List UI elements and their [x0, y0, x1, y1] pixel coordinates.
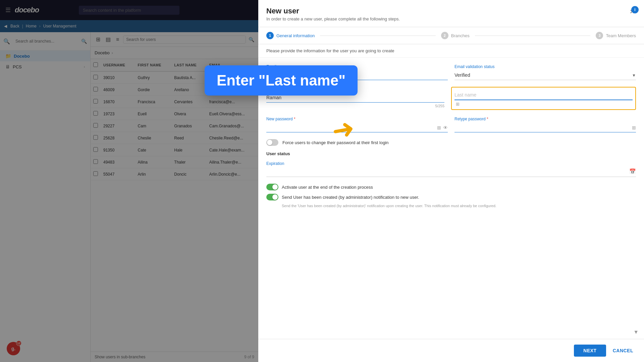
email-validation-label: Email validation status: [454, 64, 636, 69]
new-password-input[interactable]: [266, 123, 448, 132]
instruction-text: Enter "Last name": [217, 72, 345, 88]
step-general-info[interactable]: 1 General information: [266, 32, 315, 39]
email-validation-select-wrapper: Verified ▼: [454, 70, 636, 80]
email-validation-select[interactable]: Verified: [454, 70, 636, 80]
dialog-title: New user: [266, 7, 400, 15]
step-3-num: 3: [596, 32, 603, 39]
expiration-wrapper: Expiration 📅: [266, 160, 636, 177]
password-grid-icon[interactable]: ⊞: [437, 125, 441, 130]
force-password-toggle[interactable]: [266, 139, 278, 146]
step-line-1: [320, 36, 436, 36]
send-notification-label: Send User has been created (by administr…: [282, 195, 419, 200]
password-input-wrapper: ⊞ 👁: [266, 123, 448, 132]
retype-password-icons: ⊞: [632, 125, 636, 130]
expiration-label: Expiration: [266, 161, 284, 166]
activate-toggle-knob: [272, 184, 278, 190]
dialog-subtitle: In order to create a new user, please co…: [266, 16, 400, 21]
retype-password-wrapper: ⊞: [454, 123, 636, 132]
instruction-overlay: Enter "Last name": [205, 65, 358, 96]
lastname-input[interactable]: [454, 90, 633, 100]
form-group-email-validation: Email validation status Verified ▼: [454, 64, 636, 80]
form-group-lastname: ⊞: [451, 87, 636, 110]
retype-grid-icon[interactable]: ⊞: [632, 125, 636, 130]
info-icon[interactable]: i: [631, 6, 639, 13]
password-label: New password *: [266, 117, 448, 121]
dialog-title-group: New user In order to create a new user, …: [266, 7, 400, 21]
form-group-password: New password * ⊞ 👁: [266, 117, 448, 132]
toggle-knob: [267, 140, 272, 145]
send-notification-row: Send User has been created (by administr…: [266, 194, 636, 200]
force-password-row: Force users to change their password at …: [266, 139, 636, 146]
user-status-section-title: User status: [266, 151, 636, 156]
dialog-header: New user In order to create a new user, …: [258, 0, 644, 27]
retype-password-input[interactable]: [454, 123, 636, 132]
firstname-char-count: 5/255: [266, 104, 444, 108]
activate-user-label: Activate user at the end of the creation…: [282, 185, 373, 190]
step-1-label: General information: [276, 33, 315, 38]
next-button[interactable]: NEXT: [574, 345, 606, 357]
expiration-input-wrapper: 📅: [266, 166, 636, 177]
password-icons: ⊞ 👁: [437, 125, 448, 130]
expand-icon[interactable]: ⊞: [456, 102, 633, 107]
expiration-input[interactable]: [266, 169, 629, 174]
form-group-retype-password: Retype password * ⊞: [454, 117, 636, 132]
expand-notification-icon[interactable]: ▼: [633, 329, 639, 335]
step-1-num: 1: [266, 32, 274, 39]
password-eye-icon[interactable]: 👁: [443, 125, 448, 130]
retype-password-label: Retype password *: [454, 117, 636, 121]
step-branches[interactable]: 2 Branches: [441, 32, 470, 39]
calendar-icon[interactable]: 📅: [629, 168, 636, 175]
step-2-num: 2: [441, 32, 448, 39]
send-notification-toggle[interactable]: [266, 194, 278, 200]
cancel-button[interactable]: CANCEL: [610, 345, 636, 357]
password-required-star: *: [293, 117, 296, 121]
activate-user-toggle[interactable]: [266, 184, 278, 190]
step-3-label: Team Members: [606, 33, 636, 38]
wizard-steps: 1 General information 2 Branches 3 Team …: [258, 27, 644, 44]
step-2-label: Branches: [451, 33, 470, 38]
form-scroll-area: Email Email validation status Verified ▼…: [258, 58, 644, 339]
step-line-2: [475, 36, 591, 36]
step-team-members[interactable]: 3 Team Members: [596, 32, 636, 39]
dialog-footer: NEXT CANCEL: [258, 339, 644, 362]
notification-small-text: Send the 'User has been created (by admi…: [282, 204, 636, 208]
send-notif-toggle-knob: [272, 194, 278, 200]
activate-user-row: Activate user at the end of the creation…: [266, 184, 636, 190]
backdrop-overlay: [0, 0, 258, 362]
new-user-dialog: New user In order to create a new user, …: [258, 0, 644, 362]
form-row-passwords: New password * ⊞ 👁 Retype password *: [266, 117, 636, 132]
retype-required-star: *: [486, 117, 488, 121]
form-description: Please provide the information for the u…: [258, 44, 644, 58]
